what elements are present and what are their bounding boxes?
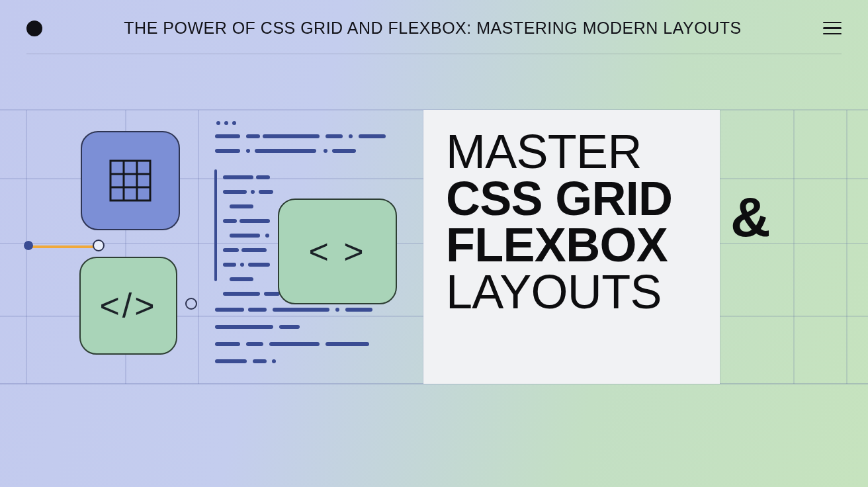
page-title: THE POWER OF CSS GRID AND FLEXBOX: MASTE…: [42, 19, 823, 38]
svg-point-41: [265, 234, 269, 238]
svg-point-17: [216, 121, 220, 125]
burger-line-icon: [823, 22, 842, 24]
header-bar: THE POWER OF CSS GRID AND FLEXBOX: MASTE…: [26, 19, 842, 54]
slider-handle-icon: [93, 240, 105, 251]
svg-point-35: [251, 190, 255, 194]
hero-text-panel: MASTER CSS GRID FLEXBOX LAYOUTS: [423, 110, 720, 384]
hero-line-4: LAYOUTS: [446, 269, 697, 316]
code-card-angles: < >: [278, 199, 397, 304]
slider-start-dot-icon: [24, 241, 33, 250]
svg-point-27: [246, 149, 250, 153]
grid-icon: [109, 159, 152, 202]
ampersand-glyph: &: [730, 185, 771, 249]
floating-ring-icon: [185, 298, 197, 310]
code-close-icon: </>: [99, 286, 157, 326]
grid-card: [81, 131, 180, 230]
svg-point-63: [272, 359, 276, 363]
svg-point-45: [240, 263, 244, 267]
svg-point-18: [224, 121, 228, 125]
hero-line-3: FLEXBOX: [446, 222, 697, 269]
svg-point-53: [335, 308, 339, 312]
code-angles-icon: < >: [308, 232, 366, 271]
svg-rect-12: [110, 161, 150, 200]
code-card-closing: </>: [79, 257, 177, 355]
menu-button[interactable]: [823, 22, 842, 35]
hero-line-2: CSS GRID: [446, 175, 697, 222]
hero-stage: </>: [0, 106, 868, 397]
logo-dot-icon: [26, 21, 42, 36]
burger-line-icon: [823, 33, 842, 35]
svg-point-29: [324, 149, 327, 153]
slider-track-icon: [26, 245, 99, 248]
svg-point-24: [349, 134, 353, 138]
slider-decor: [26, 244, 192, 249]
hero-line-1: MASTER: [446, 128, 697, 175]
burger-line-icon: [823, 27, 842, 29]
svg-point-19: [232, 121, 236, 125]
